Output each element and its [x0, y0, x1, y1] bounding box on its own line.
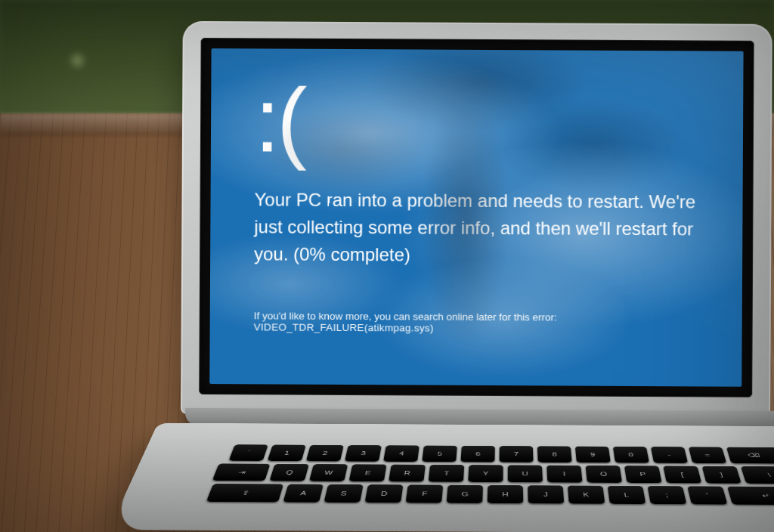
screen-bezel: :( Your PC ran into a problem and needs …	[199, 38, 754, 397]
keyboard-row-3: ⇪ASDFGHJKL;'↵	[203, 484, 774, 505]
bsod-screen: :( Your PC ran into a problem and needs …	[209, 48, 743, 387]
key-o: O	[585, 466, 622, 483]
key-: -	[651, 447, 688, 463]
bsod-error-hint: If you'd like to know more, you can sear…	[254, 310, 706, 335]
screen: :( Your PC ran into a problem and needs …	[209, 48, 743, 387]
key-9: 9	[575, 447, 611, 463]
keyboard: `1234567890-=⌫ ⇥QWERTYUIOP[]\ ⇪ASDFGHJKL…	[197, 444, 774, 519]
key-0: 0	[613, 447, 649, 463]
key-j: J	[528, 485, 564, 503]
bsod-message: Your PC ran into a problem and needs to …	[254, 186, 707, 270]
key-7: 7	[500, 446, 534, 462]
key-: [	[663, 466, 701, 483]
keyboard-row-1: `1234567890-=⌫	[219, 444, 774, 463]
key-: `	[229, 444, 268, 461]
key-: ;	[647, 486, 686, 504]
keyboard-row-2: ⇥QWERTYUIOP[]\	[212, 463, 774, 484]
photo-scene: :( Your PC ran into a problem and needs …	[0, 0, 774, 532]
key-p: P	[624, 466, 662, 483]
key-h: H	[488, 485, 524, 503]
key-3: 3	[345, 445, 382, 462]
key-d: D	[365, 484, 404, 503]
key-8: 8	[537, 446, 572, 462]
key-4: 4	[383, 445, 420, 462]
key-s: S	[324, 484, 363, 503]
laptop-lid: :( Your PC ran into a problem and needs …	[181, 21, 772, 417]
key-: ↵	[727, 487, 774, 505]
key-6: 6	[460, 446, 494, 462]
key-l: L	[608, 486, 646, 504]
key-a: A	[283, 484, 323, 503]
key-u: U	[508, 465, 543, 482]
key-w: W	[309, 464, 348, 481]
key-: =	[689, 447, 726, 463]
laptop: :( Your PC ran into a problem and needs …	[180, 21, 774, 532]
key-: ⇪	[206, 484, 283, 502]
key-f: F	[406, 484, 444, 503]
key-y: Y	[468, 465, 503, 482]
key-r: R	[389, 465, 426, 482]
key-2: 2	[306, 445, 344, 462]
key-: ]	[702, 466, 741, 484]
key-e: E	[349, 464, 387, 481]
key-q: Q	[269, 464, 308, 481]
key-1: 1	[268, 444, 306, 461]
bsod-error-code: VIDEO_TDR_FAILURE(atikmpag.sys)	[254, 321, 434, 333]
key-: ⇥	[212, 463, 271, 481]
sad-face-emoticon: :(	[255, 74, 707, 167]
key-: '	[687, 486, 727, 504]
key-k: K	[568, 486, 605, 504]
key-i: I	[546, 466, 582, 483]
key-: \	[741, 466, 774, 484]
key-5: 5	[422, 446, 457, 462]
key-g: G	[447, 485, 483, 503]
key-: ⌫	[726, 447, 774, 464]
key-t: T	[429, 465, 465, 482]
